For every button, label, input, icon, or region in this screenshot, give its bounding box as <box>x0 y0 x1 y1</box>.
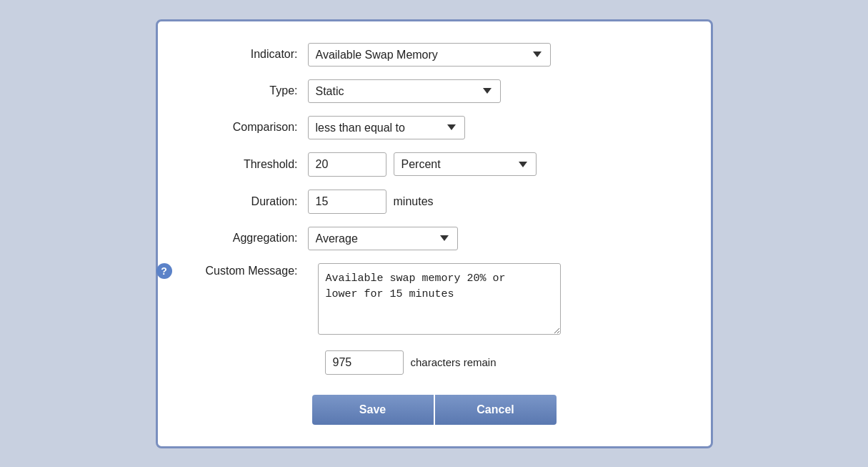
chars-remain-row: characters remain <box>186 350 682 375</box>
custom-message-label-wrapper: ? Custom Message: <box>186 263 308 279</box>
threshold-label: Threshold: <box>186 158 308 171</box>
cancel-button[interactable]: Cancel <box>435 395 557 425</box>
type-label: Type: <box>186 84 308 97</box>
indicator-row: Indicator: Available Swap Memory <box>186 43 682 67</box>
help-icon[interactable]: ? <box>156 263 172 279</box>
comparison-row: Comparison: less than equal to <box>186 116 682 139</box>
threshold-control: Percent <box>308 152 682 177</box>
custom-message-label: Custom Message: <box>176 265 298 277</box>
save-button[interactable]: Save <box>312 395 434 425</box>
custom-message-control <box>308 263 561 338</box>
comparison-label: Comparison: <box>186 121 308 134</box>
aggregation-row: Aggregation: Average <box>186 227 682 250</box>
aggregation-label: Aggregation: <box>186 232 308 245</box>
dialog-container: Indicator: Available Swap Memory Type: S… <box>156 19 713 448</box>
indicator-label: Indicator: <box>186 48 308 61</box>
threshold-input[interactable] <box>308 152 386 177</box>
comparison-select[interactable]: less than equal to <box>308 116 465 139</box>
unit-select[interactable]: Percent <box>394 152 537 176</box>
aggregation-control: Average <box>308 227 682 250</box>
aggregation-select[interactable]: Average <box>308 227 458 250</box>
button-row: Save Cancel <box>186 395 682 425</box>
duration-control: minutes <box>308 190 682 214</box>
duration-row: Duration: minutes <box>186 190 682 214</box>
type-control: Static <box>308 79 682 103</box>
minutes-label: minutes <box>394 195 434 208</box>
comparison-control: less than equal to <box>308 116 682 139</box>
chars-remain-label: characters remain <box>411 356 497 368</box>
type-select[interactable]: Static <box>308 79 501 103</box>
custom-message-textarea[interactable] <box>318 263 561 335</box>
indicator-select[interactable]: Available Swap Memory <box>308 43 551 67</box>
duration-label: Duration: <box>186 195 308 208</box>
type-row: Type: Static <box>186 79 682 103</box>
chars-remain-input[interactable] <box>325 350 404 375</box>
threshold-row: Threshold: Percent <box>186 152 682 177</box>
indicator-control: Available Swap Memory <box>308 43 682 67</box>
duration-input[interactable] <box>308 190 386 214</box>
custom-message-row: ? Custom Message: <box>186 263 682 338</box>
